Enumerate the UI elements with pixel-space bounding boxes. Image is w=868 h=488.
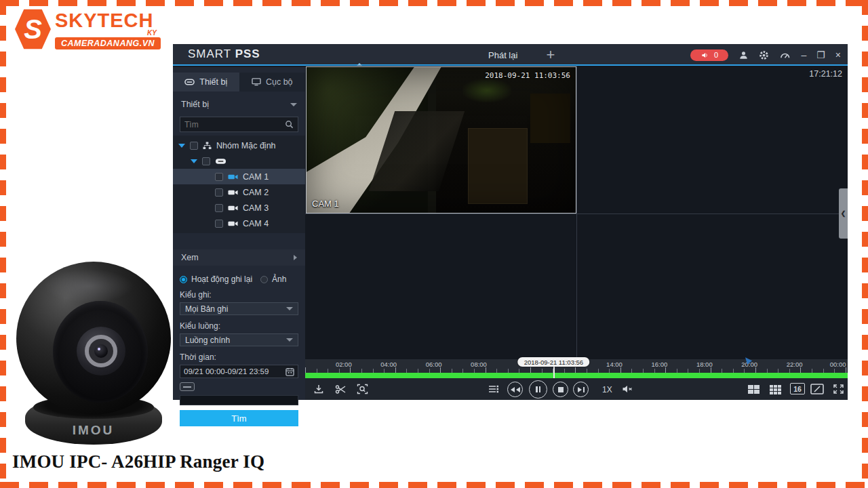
monitor-icon xyxy=(252,78,261,86)
rewind-button[interactable] xyxy=(507,382,523,397)
cam3-checkbox[interactable] xyxy=(215,204,223,212)
mute-button[interactable] xyxy=(620,382,634,396)
chevron-right-icon xyxy=(294,255,297,260)
playback-speed[interactable]: 1X xyxy=(602,385,612,394)
time-range-input[interactable] xyxy=(184,367,283,375)
camera-brand-text: IMOU xyxy=(10,423,176,438)
frame-border-bottom xyxy=(0,482,868,488)
tree-device-row[interactable] xyxy=(173,153,305,169)
pause-button[interactable] xyxy=(529,380,547,399)
group-checkbox[interactable] xyxy=(190,142,198,150)
stop-button[interactable] xyxy=(553,382,568,397)
tree-cam-row-4[interactable]: CAM 4 xyxy=(173,216,305,231)
calendar-icon[interactable] xyxy=(285,367,294,376)
device-filter-label: Thiết bị xyxy=(181,100,209,109)
cam1-checkbox[interactable] xyxy=(215,173,223,181)
tree-cam2-label: CAM 2 xyxy=(243,188,269,197)
smartpss-window: SMART PSS Phát lại + 0 xyxy=(173,44,848,400)
sidebar: Thiết bị Cục bộ Thiết bị xyxy=(173,67,305,400)
video-cell-cam1[interactable]: 2018-09-21 11:03:56 CAM 1 xyxy=(306,66,576,214)
camera-lens-pupil xyxy=(94,344,108,358)
step-forward-icon xyxy=(578,387,582,392)
split-16-button[interactable]: 16 xyxy=(790,383,805,394)
smart-search-button[interactable] xyxy=(355,382,369,396)
download-icon xyxy=(313,384,324,394)
radio-record-activity-label: Hoạt động ghi lại xyxy=(191,274,252,284)
camera-icon xyxy=(228,189,238,196)
play-settings-button[interactable] xyxy=(487,382,500,396)
tree-cam-row-2[interactable]: CAM 2 xyxy=(173,184,305,200)
grid-4-icon xyxy=(747,384,760,394)
record-type-select[interactable]: Mọi Bản ghi xyxy=(180,302,298,315)
next-frame-button[interactable] xyxy=(573,382,589,397)
search-frame-icon xyxy=(357,384,368,394)
fullscreen-button[interactable] xyxy=(831,382,845,396)
video-grid: 2018-09-21 11:03:56 CAM 1 xyxy=(305,66,848,359)
frame-border-top xyxy=(0,0,868,6)
close-button[interactable]: × xyxy=(835,50,841,60)
stream-type-select[interactable]: Luồng chính xyxy=(180,333,298,346)
settings-gear-icon[interactable] xyxy=(759,50,769,60)
clip-button[interactable] xyxy=(334,382,347,396)
rewind-icon xyxy=(511,387,515,392)
record-type-label: Kiểu ghi: xyxy=(180,290,298,300)
dashboard-gauge-icon[interactable] xyxy=(779,50,791,60)
tree-cam1-label: CAM 1 xyxy=(243,172,269,182)
minimize-button[interactable]: – xyxy=(801,50,806,60)
tree-cam-row-1[interactable]: CAM 1 xyxy=(173,169,305,184)
device-filter-dropdown[interactable]: Thiết bị xyxy=(173,96,305,113)
nvr-device-icon xyxy=(215,158,226,165)
tab-playback[interactable]: Phát lại xyxy=(488,50,517,60)
custom-split-button[interactable] xyxy=(810,382,824,396)
view-section-header[interactable]: Xem xyxy=(173,249,305,266)
view-label: Xem xyxy=(181,253,199,262)
tree-cam-row-3[interactable]: CAM 3 xyxy=(173,200,305,216)
skytech-hex-icon: S xyxy=(15,8,51,50)
grid-9-icon xyxy=(769,384,782,394)
playback-timeline[interactable]: 02:00 04:00 06:00 08:00 14:00 16:00 18:0… xyxy=(305,359,848,378)
speaker-icon xyxy=(701,52,709,59)
device-search-input[interactable] xyxy=(184,120,285,129)
sidebar-tab-device-label: Thiết bị xyxy=(199,77,227,87)
muted-speaker-icon xyxy=(622,384,633,394)
time-range-field[interactable] xyxy=(180,365,298,378)
timeline-current-time-pill[interactable]: 2018-09-21 11:03:56 xyxy=(518,357,590,367)
cam2-checkbox[interactable] xyxy=(215,188,223,197)
tree-cam4-label: CAM 4 xyxy=(243,219,269,228)
time-range-label: Thời gian: xyxy=(180,352,298,362)
sidebar-tab-local[interactable]: Cục bộ xyxy=(239,73,306,92)
cam4-checkbox[interactable] xyxy=(215,220,223,228)
radio-record-activity[interactable] xyxy=(180,276,187,283)
split-4-button[interactable] xyxy=(747,382,760,396)
timeline-recorded-bar[interactable] xyxy=(305,373,848,378)
stream-type-label: Kiểu luồng: xyxy=(180,321,298,331)
tree-expand-icon[interactable] xyxy=(178,144,185,148)
sliders-icon xyxy=(488,384,500,394)
pause-icon xyxy=(536,386,538,392)
tree-expand-icon[interactable] xyxy=(191,159,197,163)
video-osd-cam-label: CAM 1 xyxy=(312,199,339,209)
search-button[interactable]: Tìm xyxy=(180,410,298,426)
add-tab-button[interactable]: + xyxy=(546,47,555,62)
cctv-street-scene xyxy=(307,67,576,213)
alarm-counter-badge[interactable]: 0 xyxy=(690,49,728,61)
custom-split-icon xyxy=(810,384,824,394)
user-icon[interactable] xyxy=(738,50,749,60)
split-9-button[interactable] xyxy=(768,382,782,396)
maximize-button[interactable]: ❐ xyxy=(816,50,825,60)
stream-type-value: Luồng chính xyxy=(185,336,230,345)
panel-collapse-handle[interactable]: ❮ xyxy=(839,188,848,239)
tree-group-row[interactable]: Nhóm Mặc định xyxy=(173,138,305,153)
search-icon[interactable] xyxy=(285,120,294,129)
download-button[interactable] xyxy=(312,382,326,396)
titlebar: SMART PSS Phát lại + 0 xyxy=(173,44,848,66)
device-checkbox[interactable] xyxy=(202,157,210,165)
device-tree: Nhóm Mặc định CAM 1 xyxy=(173,136,305,233)
skytech-initial: S xyxy=(24,16,42,43)
sidebar-tab-device[interactable]: Thiết bị xyxy=(173,73,239,92)
radio-picture[interactable] xyxy=(260,276,268,283)
stop-icon xyxy=(558,387,564,392)
camera-icon xyxy=(228,174,238,180)
timeline-playhead[interactable] xyxy=(553,367,555,378)
device-search-box[interactable] xyxy=(180,117,298,132)
